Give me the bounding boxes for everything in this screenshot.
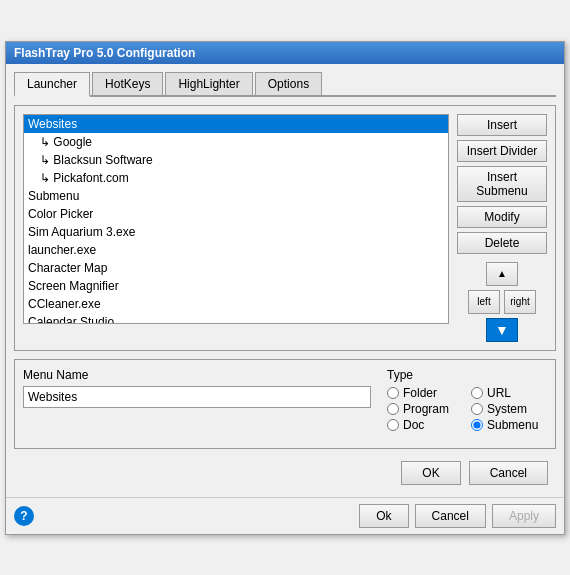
bottom-cancel-button[interactable]: Cancel — [415, 504, 486, 528]
list-item[interactable]: ↳ Blacksun Software — [24, 151, 448, 169]
form-right: Type Folder URL Program — [387, 368, 547, 440]
tab-options[interactable]: Options — [255, 72, 322, 95]
radio-folder[interactable]: Folder — [387, 386, 463, 400]
lr-arrow-row: left right — [468, 290, 536, 314]
list-item[interactable]: Calendar Studio — [24, 313, 448, 324]
bottom-buttons: Ok Cancel Apply — [359, 504, 556, 528]
radio-submenu-input[interactable] — [471, 419, 483, 431]
radio-url-label: URL — [487, 386, 511, 400]
list-item[interactable]: Color Picker — [24, 205, 448, 223]
radio-folder-input[interactable] — [387, 387, 399, 399]
form-left: Menu Name — [23, 368, 371, 440]
radio-system-label: System — [487, 402, 527, 416]
radio-program[interactable]: Program — [387, 402, 463, 416]
list-item[interactable]: Character Map — [24, 259, 448, 277]
list-item[interactable]: Screen Magnifier — [24, 277, 448, 295]
radio-submenu-label: Submenu — [487, 418, 538, 432]
radio-submenu[interactable]: Submenu — [471, 418, 547, 432]
list-item[interactable]: ↳ Pickafont.com — [24, 169, 448, 187]
left-button[interactable]: left — [468, 290, 500, 314]
insert-divider-button[interactable]: Insert Divider — [457, 140, 547, 162]
list-item[interactable]: Sim Aquarium 3.exe — [24, 223, 448, 241]
radio-system-input[interactable] — [471, 403, 483, 415]
list-item[interactable]: CCleaner.exe — [24, 295, 448, 313]
radio-program-input[interactable] — [387, 403, 399, 415]
tab-highlighter[interactable]: HighLighter — [165, 72, 252, 95]
tab-hotkeys[interactable]: HotKeys — [92, 72, 163, 95]
ok-action-button[interactable]: OK — [401, 461, 460, 485]
main-window: FlashTray Pro 5.0 Configuration Launcher… — [5, 41, 565, 535]
bottom-apply-button[interactable]: Apply — [492, 504, 556, 528]
bottom-bar: ? Ok Cancel Apply — [6, 497, 564, 534]
window-title: FlashTray Pro 5.0 Configuration — [14, 46, 195, 60]
type-label: Type — [387, 368, 547, 382]
form-section: Menu Name Type Folder URL Prog — [14, 359, 556, 449]
up-icon-btn[interactable]: ▲ — [486, 262, 518, 286]
list-item[interactable]: Submenu — [24, 187, 448, 205]
bottom-ok-button[interactable]: Ok — [359, 504, 408, 528]
radio-folder-label: Folder — [403, 386, 437, 400]
arrow-section: ▲ left right — [457, 262, 547, 342]
down-icon: ▼ — [495, 322, 509, 338]
list-item[interactable]: ↳ Google — [24, 133, 448, 151]
radio-doc-input[interactable] — [387, 419, 399, 431]
list-container: Websites ↳ Google ↳ Blacksun Software ↳ … — [23, 114, 449, 342]
menu-name-input[interactable] — [23, 386, 371, 408]
up-icon: ▲ — [497, 268, 507, 279]
cancel-action-button[interactable]: Cancel — [469, 461, 548, 485]
down-button[interactable]: ▼ — [486, 318, 518, 342]
list-item[interactable]: Websites — [24, 115, 448, 133]
menu-name-label: Menu Name — [23, 368, 371, 382]
main-panel: Websites ↳ Google ↳ Blacksun Software ↳ … — [14, 105, 556, 351]
title-bar: FlashTray Pro 5.0 Configuration — [6, 42, 564, 64]
radio-grid: Folder URL Program System — [387, 386, 547, 432]
modify-button[interactable]: Modify — [457, 206, 547, 228]
action-row: OK Cancel — [14, 457, 556, 489]
radio-url[interactable]: URL — [471, 386, 547, 400]
radio-doc-label: Doc — [403, 418, 424, 432]
radio-url-input[interactable] — [471, 387, 483, 399]
action-buttons: Insert Insert Divider Insert Submenu Mod… — [457, 114, 547, 342]
radio-system[interactable]: System — [471, 402, 547, 416]
down-arrow-row: ▼ — [486, 318, 518, 342]
radio-doc[interactable]: Doc — [387, 418, 463, 432]
list-item[interactable]: launcher.exe — [24, 241, 448, 259]
radio-program-label: Program — [403, 402, 449, 416]
delete-button[interactable]: Delete — [457, 232, 547, 254]
insert-submenu-button[interactable]: Insert Submenu — [457, 166, 547, 202]
menu-list[interactable]: Websites ↳ Google ↳ Blacksun Software ↳ … — [23, 114, 449, 324]
insert-button[interactable]: Insert — [457, 114, 547, 136]
help-icon[interactable]: ? — [14, 506, 34, 526]
tab-bar: Launcher HotKeys HighLighter Options — [14, 72, 556, 97]
left-label: left — [477, 296, 490, 307]
right-button[interactable]: right — [504, 290, 536, 314]
right-label: right — [510, 296, 529, 307]
arrow-row: ▲ — [486, 262, 518, 286]
tab-launcher[interactable]: Launcher — [14, 72, 90, 97]
